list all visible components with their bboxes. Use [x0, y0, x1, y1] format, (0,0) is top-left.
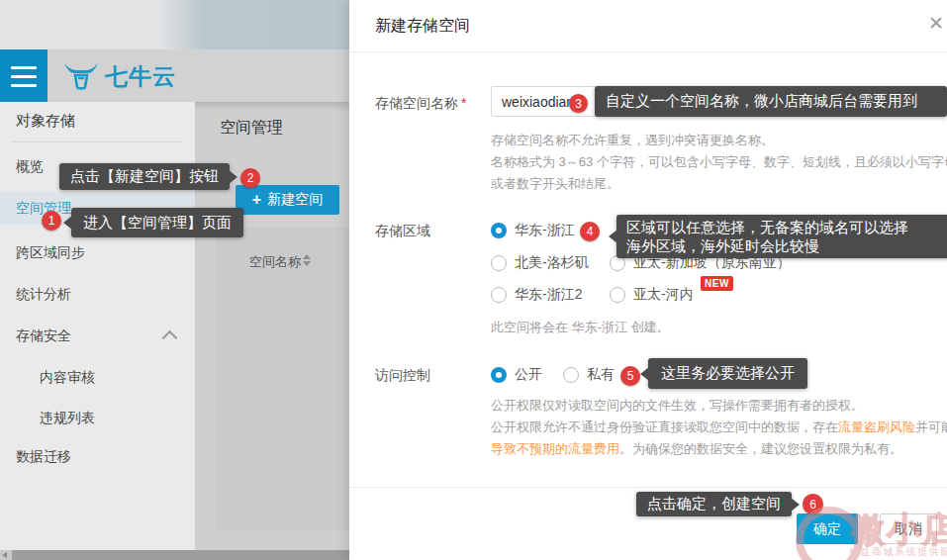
radio-acl-public[interactable]: 公开	[491, 366, 542, 384]
radio-acl-private[interactable]: 私有	[563, 366, 615, 384]
new-badge: NEW	[701, 276, 733, 291]
create-space-dialog: 新建存储空间 ✕ 存储空间名称* 存储空间名称不允许重复，遇到冲突请更换名称。 …	[349, 0, 947, 560]
radio-unselected-icon	[610, 287, 625, 303]
step3-badge: 3	[569, 94, 588, 113]
step6-tooltip: 点击确定，创建空间	[636, 492, 792, 516]
step2-badge: 2	[240, 168, 260, 188]
space-name-help-line: 存储空间名称不允许重复，遇到冲突请更换名称。	[491, 130, 774, 151]
qiniu-bull-icon	[63, 61, 99, 91]
scroll-left-arrow-icon[interactable]	[2, 552, 7, 558]
menu-bar	[11, 75, 37, 78]
space-name-label: 存储空间名称*	[375, 95, 466, 113]
space-name-help-line: 或者数字开头和结尾。	[491, 173, 619, 195]
acl-help-line: 公开权限仅对读取空间内的文件生效，写操作需要拥有者的授权。	[491, 395, 864, 417]
chevron-up-icon	[162, 330, 178, 346]
cancel-button[interactable]: 取消	[880, 513, 937, 544]
sidebar-item-storage-security[interactable]: 存储安全	[0, 321, 195, 350]
region-note: 此空间将会在 华东-浙江 创建。	[491, 317, 670, 338]
radio-selected-icon	[491, 367, 507, 383]
step5-tooltip: 这里务必要选择公开	[648, 358, 807, 389]
radio-region-huadong-zhejiang[interactable]: 华东-浙江	[491, 222, 575, 239]
screen: 七牛云 对象存储 概览 空间管理 跨区域同步 统计分析 存储安全 内容审核 违规…	[0, 0, 947, 560]
dialog-title: 新建存储空间	[375, 16, 470, 37]
arrow-left-icon	[63, 216, 72, 230]
arrow-right-icon	[791, 498, 800, 512]
traffic-risk-text: 流量盗刷风险	[838, 420, 915, 434]
sort-icons[interactable]	[303, 254, 311, 268]
confirm-button[interactable]: 确定	[797, 513, 858, 544]
page-title: 空间管理	[220, 118, 283, 139]
radio-unselected-icon	[491, 287, 507, 303]
portal-top-band	[0, 0, 349, 49]
sidebar-item-statistics[interactable]: 统计分析	[0, 279, 195, 309]
close-icon[interactable]: ✕	[923, 10, 947, 36]
new-space-button[interactable]: + 新建空间	[236, 185, 339, 215]
radio-unselected-icon	[491, 255, 507, 271]
step2-tooltip: 点击【新建空间】按钮	[59, 163, 230, 190]
acl-help-line: 公开权限允许不通过身份验证直接读取您空间中的数据，存在流量盗刷风险并可能	[491, 417, 947, 438]
sort-asc-icon	[303, 254, 311, 259]
space-table-panel	[216, 228, 349, 530]
logo-text: 七牛云	[105, 61, 176, 92]
radio-region-huadong-zhejiang2[interactable]: 华东-浙江2	[491, 286, 582, 304]
unexpected-fee-text: 导致不预期的流量费用	[491, 441, 619, 456]
space-name-help-line: 名称格式为 3～63 个字符，可以包含小写字母、数字、短划线，且必须以小写字母	[491, 151, 947, 173]
arrow-left-icon	[609, 230, 617, 243]
region-label: 存储区域	[375, 223, 430, 240]
divider	[12, 141, 183, 142]
sidebar-item-content-review[interactable]: 内容审核	[0, 362, 195, 392]
step3-tooltip: 自定义一个空间名称，微小店商城后台需要用到	[595, 86, 947, 117]
radio-unselected-icon	[563, 367, 579, 383]
step5-badge: 5	[620, 366, 640, 386]
step4-tooltip: 区域可以任意选择，无备案的域名可以选择 海外区域，海外延时会比较慢	[616, 215, 947, 258]
radio-selected-icon	[491, 223, 507, 238]
header-shadow	[195, 102, 349, 111]
arrow-right-icon	[229, 170, 237, 184]
sidebar-item-data-migration[interactable]: 数据迁移	[0, 441, 195, 471]
sidebar-section-title: 对象存储	[16, 112, 75, 131]
horizontal-scrollbar-thumb[interactable]	[12, 550, 349, 560]
menu-bar	[11, 66, 37, 69]
radio-region-apac-hanoi[interactable]: 亚太-河内	[610, 286, 694, 304]
menu-icon[interactable]	[0, 49, 47, 102]
step4-badge: 4	[580, 222, 600, 241]
qiniu-logo[interactable]: 七牛云	[63, 59, 176, 93]
radio-region-northamerica-la[interactable]: 北美-洛杉矶	[491, 254, 589, 272]
step1-tooltip: 进入【空间管理】页面	[71, 208, 243, 237]
divider	[349, 487, 947, 488]
arrow-left-icon	[640, 367, 649, 381]
acl-help-line: 导致不预期的流量费用。为确保您的数据安全，建议您设置权限为私有。	[491, 438, 902, 460]
sort-desc-icon	[303, 261, 311, 266]
step6-badge: 6	[803, 494, 823, 514]
acl-label: 访问控制	[375, 367, 430, 385]
sidebar-item-violation-list[interactable]: 违规列表	[0, 403, 195, 432]
arrow-left-icon	[595, 95, 596, 109]
step1-badge: 1	[42, 211, 61, 231]
menu-bar	[11, 84, 37, 87]
plus-icon: +	[252, 191, 261, 209]
sidebar-item-cross-region-sync[interactable]: 跨区域同步	[0, 237, 195, 267]
required-mark: *	[461, 95, 466, 111]
column-header-space-name: 空间名称	[249, 253, 301, 271]
divider	[349, 51, 947, 52]
